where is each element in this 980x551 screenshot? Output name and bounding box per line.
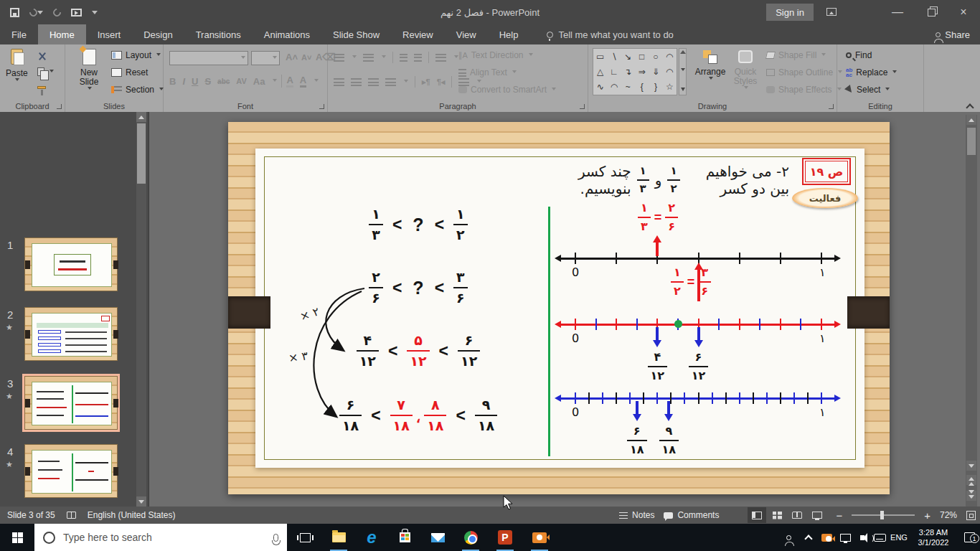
- mail-button[interactable]: [422, 524, 453, 551]
- shape-glyph-7[interactable]: ∟: [610, 67, 618, 76]
- screen-recorder-button[interactable]: [524, 524, 555, 551]
- slide-sorter-view-button[interactable]: [768, 507, 786, 523]
- sign-in-button[interactable]: Sign in: [766, 4, 814, 21]
- shape-fill-button[interactable]: Shape Fill: [766, 50, 826, 60]
- tab-transitions[interactable]: Transitions: [184, 24, 253, 44]
- tab-view[interactable]: View: [445, 24, 488, 44]
- ltr-direction-icon[interactable]: ▸¶: [422, 77, 430, 87]
- redo-icon[interactable]: [52, 6, 62, 17]
- font-color-button[interactable]: A: [300, 75, 306, 88]
- character-spacing-button[interactable]: AV: [236, 77, 246, 85]
- slide-thumbnail-3[interactable]: [24, 376, 118, 430]
- subscript-button[interactable]: abc: [217, 77, 230, 85]
- align-left-icon[interactable]: [334, 78, 344, 86]
- shape-glyph-13[interactable]: ◠: [611, 83, 618, 91]
- bold-button[interactable]: B: [169, 76, 176, 87]
- shape-glyph-2[interactable]: ↘: [624, 52, 631, 61]
- customize-qat-icon[interactable]: [92, 11, 98, 17]
- chrome-button[interactable]: [455, 524, 486, 551]
- convert-smartart-button[interactable]: Convert to SmartArt: [458, 85, 556, 95]
- edge-button[interactable]: e: [356, 524, 387, 551]
- shape-glyph-11[interactable]: ◠: [666, 67, 673, 76]
- task-view-button[interactable]: [289, 524, 321, 551]
- shape-glyph-1[interactable]: ∖: [611, 52, 617, 61]
- align-right-icon[interactable]: [368, 78, 379, 86]
- main-scrollbar-thumb[interactable]: [967, 128, 976, 155]
- tab-design[interactable]: Design: [132, 24, 184, 44]
- tell-me-box[interactable]: Tell me what you want to do: [547, 24, 673, 44]
- slide-thumbnail-1[interactable]: [24, 237, 118, 291]
- cut-button[interactable]: [37, 52, 47, 62]
- thumbnail-scroll-down-icon[interactable]: [136, 496, 146, 507]
- normal-view-button[interactable]: [748, 507, 766, 523]
- shape-glyph-10[interactable]: ⇓: [652, 67, 659, 76]
- equivalent-fraction-label-1[interactable]: ١٢=٣۶: [651, 267, 730, 297]
- underline-button[interactable]: U: [192, 76, 198, 87]
- restore-button[interactable]: [914, 0, 947, 24]
- tab-help[interactable]: Help: [488, 24, 530, 44]
- language-indicator[interactable]: English (United States): [88, 510, 176, 520]
- fraction-inequality-row-3[interactable]: ۴١٢<۵١٢<۶١٢: [300, 329, 537, 373]
- thumbnail-scroll-up-icon[interactable]: [136, 112, 146, 122]
- shape-glyph-14[interactable]: ~: [626, 83, 631, 91]
- shapes-gallery-scroll[interactable]: [679, 48, 687, 95]
- minimize-button[interactable]: —: [881, 0, 914, 24]
- zoom-slider[interactable]: [852, 514, 915, 516]
- thumbnail-scrollbar[interactable]: [136, 112, 146, 507]
- italic-button[interactable]: I: [182, 76, 185, 87]
- slide-thumbnail-4[interactable]: [24, 444, 118, 498]
- change-case-button[interactable]: Aa: [253, 76, 265, 87]
- file-explorer-button[interactable]: [323, 524, 354, 551]
- select-button[interactable]: Select: [846, 85, 890, 95]
- replace-button[interactable]: abacReplace: [846, 67, 897, 77]
- new-slide-button[interactable]: New Slide: [72, 49, 105, 92]
- touch-keyboard-icon[interactable]: [870, 524, 890, 551]
- highlight-color-button[interactable]: A: [286, 75, 293, 88]
- shape-glyph-8[interactable]: ↴: [624, 67, 631, 76]
- layout-button[interactable]: Layout: [111, 50, 161, 60]
- slide-editing-area[interactable]: ص ١٩ فعالیت ٢- می خواهیم بین دو کسر ١٢ و…: [228, 122, 890, 494]
- action-center-button[interactable]: 1: [958, 524, 980, 551]
- strikethrough-button[interactable]: S: [204, 76, 211, 87]
- reset-button[interactable]: Reset: [111, 67, 148, 77]
- thumbnail-scrollbar-thumb[interactable]: [137, 123, 146, 184]
- slideshow-view-button[interactable]: [808, 507, 826, 523]
- ribbon-display-options-button[interactable]: [815, 0, 848, 24]
- zoom-level[interactable]: 72%: [940, 510, 957, 520]
- tray-camera-icon[interactable]: [816, 524, 837, 551]
- format-painter-button[interactable]: [37, 86, 46, 89]
- quick-styles-button[interactable]: Quick Styles: [729, 50, 762, 91]
- align-center-icon[interactable]: [351, 78, 362, 86]
- align-text-button[interactable]: Align Text: [458, 67, 517, 77]
- shape-glyph-3[interactable]: □: [639, 52, 644, 61]
- share-button[interactable]: Share: [936, 24, 970, 44]
- find-button[interactable]: Find: [846, 50, 872, 60]
- fraction-inequality-row-2[interactable]: ٢۶<?<٣۶: [300, 265, 537, 310]
- rtl-direction-icon[interactable]: ¶◂: [437, 77, 446, 87]
- tab-animations[interactable]: Animations: [253, 24, 321, 44]
- tab-insert[interactable]: Insert: [86, 24, 133, 44]
- tab-slide-show[interactable]: Slide Show: [321, 24, 391, 44]
- text-direction-button[interactable]: ∥AText Direction: [458, 50, 533, 60]
- font-name-combo[interactable]: [169, 51, 248, 65]
- increase-indent-icon[interactable]: [414, 54, 422, 62]
- shape-glyph-6[interactable]: △: [597, 67, 603, 76]
- shape-glyph-9[interactable]: ⇒: [639, 67, 646, 76]
- save-icon[interactable]: [10, 8, 19, 17]
- zoom-out-button[interactable]: −: [836, 509, 842, 522]
- equivalent-fraction-label-0[interactable]: ١٣=٢۶: [618, 202, 697, 232]
- drawing-dialog-launcher[interactable]: [829, 104, 834, 109]
- fraction-inequality-row-1[interactable]: ١٣<?<١٢: [300, 202, 537, 247]
- microphone-icon[interactable]: [273, 534, 278, 542]
- paragraph-dialog-launcher[interactable]: [580, 104, 585, 109]
- fit-slide-to-window-icon[interactable]: [966, 511, 976, 520]
- zoom-in-button[interactable]: +: [924, 509, 930, 522]
- shrink-font-button[interactable]: A˅: [301, 53, 311, 62]
- shape-glyph-0[interactable]: ▭: [596, 52, 604, 61]
- clock[interactable]: 3:28 AM 3/1/2022: [910, 524, 957, 551]
- comments-button[interactable]: Comments: [664, 510, 719, 520]
- slide-thumbnail-2[interactable]: [24, 307, 118, 361]
- powerpoint-button[interactable]: P: [489, 524, 521, 551]
- shape-glyph-16[interactable]: }: [654, 83, 657, 91]
- clipboard-dialog-launcher[interactable]: [57, 104, 62, 109]
